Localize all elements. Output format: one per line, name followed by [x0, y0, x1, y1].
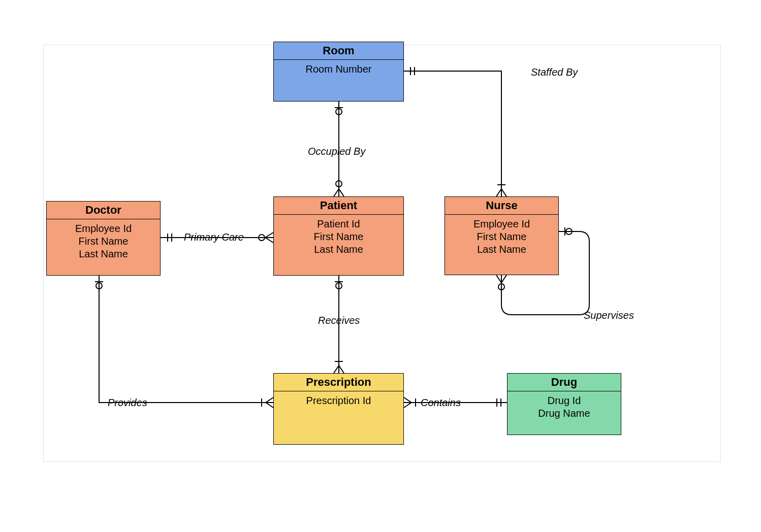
entity-doctor[interactable]: Doctor Employee Id First Name Last Name: [46, 201, 161, 276]
rel-receives: Receives: [318, 315, 360, 326]
entity-doctor-attrs: Employee Id First Name Last Name: [47, 219, 160, 263]
attr: Patient Id: [274, 218, 403, 230]
entity-drug[interactable]: Drug Drug Id Drug Name: [507, 373, 621, 435]
entity-prescription-attrs: Prescription Id: [274, 391, 403, 410]
attr: Drug Id: [508, 394, 621, 407]
entity-room[interactable]: Room Room Number: [273, 42, 404, 102]
attr: Prescription Id: [274, 394, 403, 407]
entity-patient[interactable]: Patient Patient Id First Name Last Name: [273, 196, 404, 276]
attr: First Name: [274, 230, 403, 243]
entity-room-attrs: Room Number: [274, 60, 403, 79]
entity-drug-attrs: Drug Id Drug Name: [508, 391, 621, 423]
attr: Last Name: [47, 248, 160, 260]
attr: Last Name: [274, 243, 403, 256]
entity-room-title: Room: [274, 42, 403, 60]
rel-contains: Contains: [421, 397, 461, 409]
rel-staffed-by: Staffed By: [531, 66, 578, 78]
rel-occupied-by: Occupied By: [308, 146, 365, 157]
entity-prescription-title: Prescription: [274, 374, 403, 391]
diagram-canvas: Room Room Number Doctor Employee Id Firs…: [0, 0, 761, 532]
entity-patient-attrs: Patient Id First Name Last Name: [274, 215, 403, 259]
attr: Drug Name: [508, 407, 621, 420]
entity-prescription[interactable]: Prescription Prescription Id: [273, 373, 404, 445]
entity-patient-title: Patient: [274, 197, 403, 215]
rel-primary-care: Primary Care: [184, 231, 244, 243]
attr: First Name: [47, 235, 160, 248]
rel-provides: Provides: [108, 397, 147, 409]
attr: Last Name: [445, 243, 558, 256]
attr: Room Number: [274, 63, 403, 76]
entity-nurse-title: Nurse: [445, 197, 558, 215]
entity-doctor-title: Doctor: [47, 202, 160, 219]
entity-nurse-attrs: Employee Id First Name Last Name: [445, 215, 558, 259]
entity-drug-title: Drug: [508, 374, 621, 391]
attr: Employee Id: [445, 218, 558, 230]
attr: First Name: [445, 230, 558, 243]
attr: Employee Id: [47, 222, 160, 235]
rel-supervises: Supervises: [584, 310, 634, 321]
entity-nurse[interactable]: Nurse Employee Id First Name Last Name: [445, 196, 559, 275]
